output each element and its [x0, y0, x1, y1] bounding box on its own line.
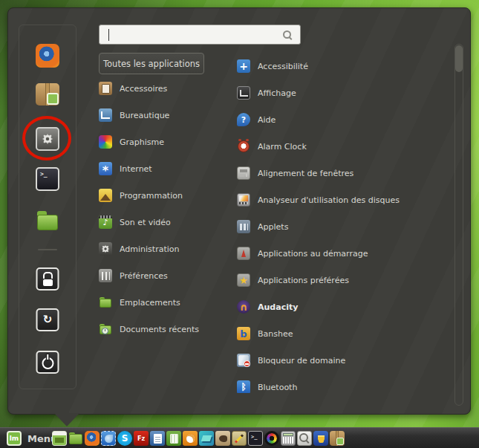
- banshee-icon: b: [237, 327, 250, 340]
- libreoffice-calc-icon[interactable]: [166, 431, 181, 446]
- firefox-icon[interactable]: [36, 44, 59, 68]
- all-applications-label: Toutes les applications: [103, 59, 200, 69]
- accessories-icon: [99, 82, 112, 95]
- blocked-badge: [244, 360, 250, 367]
- calculator-icon[interactable]: [281, 431, 296, 446]
- mint-logo-icon: lm: [7, 431, 22, 446]
- gimp-icon[interactable]: [215, 431, 230, 446]
- help-icon: ?: [237, 113, 250, 126]
- files-icon[interactable]: [68, 431, 83, 446]
- scrollbar-track[interactable]: [454, 44, 463, 406]
- sidebar-separator: [38, 249, 57, 250]
- app-applets[interactable]: Applets: [237, 213, 454, 240]
- xournal-icon[interactable]: [232, 431, 247, 446]
- filezilla-icon[interactable]: Fz: [134, 431, 149, 446]
- category-label: Graphisme: [120, 137, 164, 147]
- app-disk-usage[interactable]: Analyseur d'utilisation des disques: [237, 186, 454, 213]
- all-applications-button[interactable]: Toutes les applications: [99, 53, 204, 74]
- app-label: Applications préférées: [258, 276, 349, 285]
- terminal-icon[interactable]: >_: [36, 167, 59, 191]
- category-preferences[interactable]: Préférences: [99, 262, 229, 289]
- search-input[interactable]: [100, 25, 300, 44]
- audacity-icon: ∩: [237, 300, 250, 314]
- alarm-clock-icon: [237, 140, 250, 153]
- app-label: Applets: [258, 222, 288, 232]
- terminal-prompt: >_: [40, 171, 48, 178]
- category-label: Accessoires: [120, 84, 167, 94]
- display-icon: [237, 86, 250, 100]
- category-sound-video[interactable]: ♪ Son et vidéo: [99, 209, 229, 236]
- category-label: Préférences: [120, 271, 168, 281]
- app-bluetooth[interactable]: ᛒ Bluetooth: [237, 374, 454, 393]
- window-tiling-icon: [237, 166, 250, 180]
- mint-menu-popup: >_ ↻ Toutes les applications Accessoires: [7, 7, 471, 415]
- search-box: [99, 25, 301, 45]
- search-files-icon[interactable]: [297, 431, 312, 446]
- category-label: Emplacements: [120, 298, 180, 308]
- accessibility-icon: +: [237, 59, 250, 73]
- app-label: Bloqueur de domaine: [258, 356, 345, 366]
- software-manager-icon[interactable]: [36, 83, 59, 105]
- lock-icon: [43, 272, 53, 279]
- internet-icon: *: [99, 162, 112, 175]
- app-label: Alarm Clock: [258, 142, 307, 152]
- app-label: Aide: [258, 115, 276, 125]
- firefox-icon[interactable]: [85, 431, 100, 446]
- lock-screen-button[interactable]: [36, 267, 59, 290]
- skype-icon[interactable]: S: [117, 431, 132, 446]
- category-recent-documents[interactable]: Documents récents: [99, 316, 229, 343]
- software-manager-icon[interactable]: [330, 431, 345, 446]
- app-help[interactable]: ? Aide: [237, 106, 454, 133]
- app-accessibility[interactable]: + Accessibilité: [237, 53, 454, 79]
- taskbar-launchers: S Fz >_: [52, 431, 345, 446]
- clock-icon: [102, 328, 108, 334]
- app-label: Affichage: [258, 88, 296, 98]
- graphics-icon: [99, 135, 112, 149]
- taskbar: lm Menu S Fz >_: [0, 427, 479, 448]
- category-places[interactable]: Emplacements: [99, 289, 229, 316]
- shutdown-button[interactable]: [36, 351, 59, 374]
- media-player-icon[interactable]: [264, 431, 279, 446]
- menu-pointer-tail: [54, 413, 79, 426]
- files-folder-icon[interactable]: [36, 211, 59, 230]
- recent-documents-icon: [99, 322, 112, 336]
- category-internet[interactable]: * Internet: [99, 155, 229, 182]
- app-alarm-clock[interactable]: Alarm Clock: [237, 133, 454, 160]
- bluetooth-icon: ᛒ: [237, 380, 250, 393]
- category-label: Internet: [120, 164, 152, 174]
- places-icon: [99, 296, 112, 309]
- app-label: Accessibilité: [258, 62, 308, 71]
- startup-apps-icon: [237, 247, 250, 260]
- category-graphics[interactable]: Graphisme: [99, 129, 229, 155]
- app-display[interactable]: Affichage: [237, 79, 454, 106]
- scrollbar-thumb[interactable]: [455, 45, 463, 72]
- app-preferred-applications[interactable]: ★ Applications préférées: [237, 267, 454, 293]
- app-label: Analyseur d'utilisation des disques: [258, 195, 400, 205]
- category-accessories[interactable]: Accessoires: [99, 75, 229, 102]
- app-window-tiling[interactable]: Alignement de fenêtres: [237, 160, 454, 186]
- app-audacity[interactable]: ∩ Audacity: [237, 293, 454, 320]
- libreoffice-writer-icon[interactable]: [150, 431, 165, 446]
- show-desktop-icon[interactable]: [52, 431, 67, 446]
- app-label: Applications au démarrage: [258, 249, 368, 259]
- app-startup-applications[interactable]: Applications au démarrage: [237, 240, 454, 267]
- app-banshee[interactable]: b Banshee: [237, 320, 454, 347]
- libreoffice-draw-icon[interactable]: [183, 431, 198, 446]
- category-administration[interactable]: Administration: [99, 236, 229, 262]
- terminal-icon[interactable]: >_: [248, 431, 263, 446]
- logout-button[interactable]: ↻: [36, 308, 59, 331]
- thunderbird-icon[interactable]: [101, 431, 116, 446]
- games-trophy-icon[interactable]: [313, 431, 328, 446]
- favorites-sidebar: >_ ↻: [19, 25, 76, 389]
- office-icon: [99, 108, 112, 122]
- administration-icon: [99, 242, 112, 256]
- sound-video-icon: ♪: [99, 215, 112, 229]
- gear-icon: [101, 244, 110, 253]
- category-label: Administration: [120, 244, 180, 254]
- photos-icon[interactable]: [199, 431, 214, 446]
- category-office[interactable]: Bureautique: [99, 102, 229, 129]
- app-domain-blocker[interactable]: Bloqueur de domaine: [237, 347, 454, 374]
- category-programming[interactable]: Programmation: [99, 182, 229, 209]
- magnifier-icon: [283, 30, 291, 39]
- category-label: Documents récents: [120, 325, 199, 334]
